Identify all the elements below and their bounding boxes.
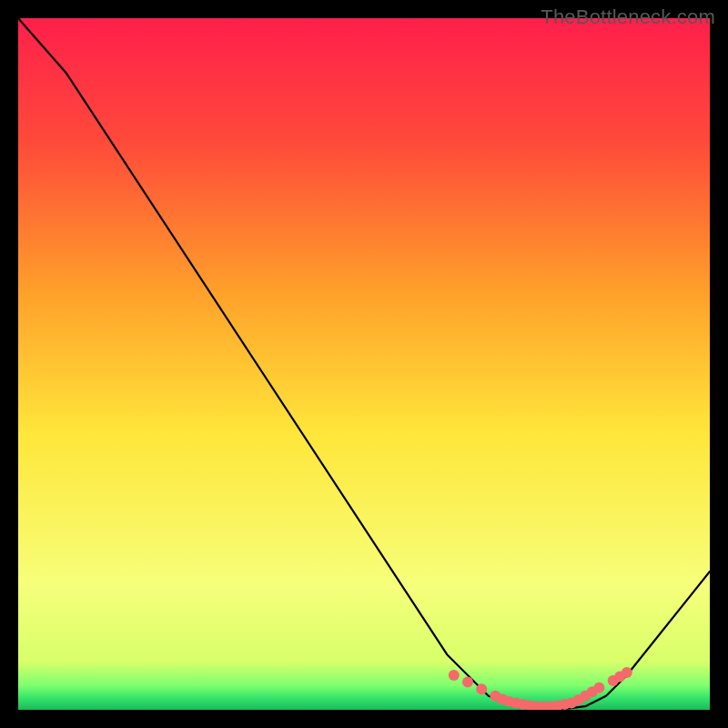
chart-canvas: TheBottleneck.com (0, 0, 728, 728)
plot-svg (18, 18, 710, 710)
watermark-text: TheBottleneck.com (541, 5, 715, 29)
curve-dot (622, 667, 632, 678)
gradient-fill (18, 18, 710, 710)
curve-dot (593, 682, 604, 693)
curve-dot (462, 677, 473, 688)
plot-area (18, 18, 710, 710)
curve-dot (476, 683, 487, 694)
curve-dot (449, 670, 460, 681)
